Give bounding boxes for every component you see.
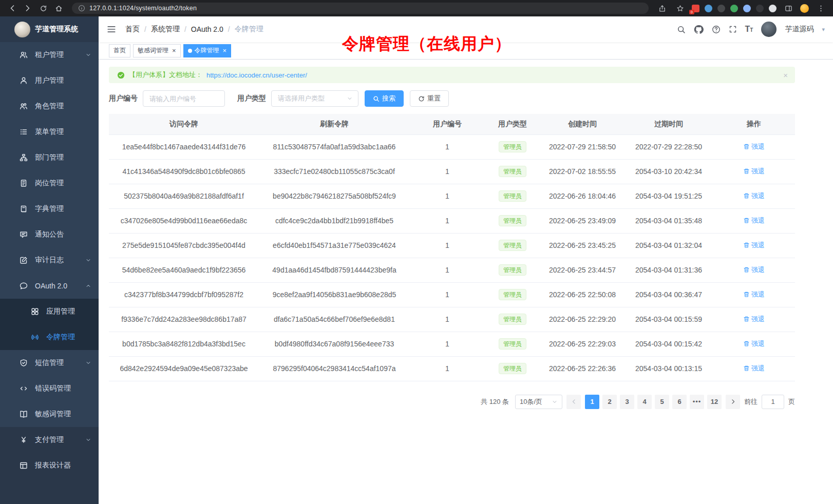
extension-icon[interactable] (717, 5, 725, 12)
search-button[interactable]: 搜索 (365, 90, 404, 107)
breadcrumb-separator: / (144, 25, 146, 33)
action-cell: 强退 (713, 258, 795, 282)
tab-0[interactable]: 首页 (109, 44, 130, 57)
breadcrumb-item[interactable]: 首页 (125, 25, 140, 34)
table-row: 502375b8040a469a9b82188afdf6af1fbe90422b… (109, 184, 795, 208)
font-size-icon[interactable]: TT (745, 25, 753, 34)
sidebar-item-1[interactable]: 用户管理 (0, 68, 99, 93)
user-type-cell: 管理员 (485, 307, 540, 332)
role-icon (20, 102, 28, 110)
extension-icon[interactable] (705, 5, 712, 12)
force-logout-button[interactable]: 强退 (743, 364, 765, 373)
page-number-button[interactable]: 12 (707, 395, 722, 409)
sidebar-item-14[interactable]: 敏感词管理 (0, 401, 99, 427)
extension-icon[interactable] (743, 5, 751, 12)
reset-button[interactable]: 重置 (410, 90, 449, 107)
sidebar-item-13[interactable]: 错误码管理 (0, 376, 99, 401)
github-icon[interactable] (694, 25, 704, 34)
extension-icon[interactable]: 0 (692, 5, 699, 12)
share-icon[interactable] (656, 5, 668, 12)
prev-page-button[interactable] (566, 395, 581, 409)
doc-link[interactable]: https://doc.iocoder.cn/user-center/ (206, 71, 307, 79)
access-token-cell: 6d842e2924594de9a09e45e087323abe (109, 356, 259, 381)
breadcrumb-item[interactable]: 系统管理 (151, 25, 180, 34)
page-number-button[interactable]: 5 (655, 395, 669, 409)
extension-icon[interactable] (730, 5, 738, 12)
more-pages-button[interactable]: ••• (690, 395, 704, 409)
sidebar-collapse-icon[interactable] (107, 25, 116, 34)
browser-profile-avatar[interactable] (800, 4, 809, 13)
sidebar-item-label: 用户管理 (35, 76, 64, 85)
page-number-button[interactable]: 3 (620, 395, 634, 409)
url-bar[interactable]: 127.0.0.1:1024/system/oauth2/token (72, 3, 649, 14)
force-logout-button[interactable]: 强退 (743, 315, 765, 324)
force-logout-button[interactable]: 强退 (743, 265, 765, 275)
tab-close-icon[interactable]: × (223, 47, 227, 54)
goto-page-input[interactable] (762, 395, 784, 409)
bookmark-star-icon[interactable] (674, 5, 686, 12)
trash-icon (743, 143, 750, 150)
reset-button-label: 重置 (427, 94, 441, 103)
sidebar-item-0[interactable]: 租户管理 (0, 42, 99, 68)
extension-icon[interactable] (756, 5, 764, 12)
search-icon[interactable] (677, 25, 686, 34)
tab-close-icon[interactable]: × (172, 47, 176, 54)
create-time-cell: 2022-06-25 22:26:36 (540, 356, 624, 381)
chevron-down-icon (85, 360, 91, 366)
side-panel-icon[interactable] (782, 5, 794, 12)
create-time-cell: 2022-07-29 21:58:50 (540, 134, 624, 159)
alert-close-icon[interactable]: × (783, 71, 788, 80)
sidebar-item-15[interactable]: 支付管理 (0, 427, 99, 453)
force-logout-button[interactable]: 强退 (743, 142, 765, 151)
page-number-button[interactable]: 1 (585, 395, 599, 409)
force-logout-button[interactable]: 强退 (743, 167, 765, 176)
tab-2[interactable]: 令牌管理× (183, 44, 232, 57)
chevron-down-icon[interactable]: ▾ (822, 26, 825, 33)
force-logout-button[interactable]: 强退 (743, 216, 765, 225)
action-cell: 强退 (713, 307, 795, 332)
force-logout-button[interactable]: 强退 (743, 339, 765, 348)
sidebar-item-10[interactable]: 应用管理 (0, 299, 99, 324)
extension-icon[interactable] (769, 5, 777, 12)
page-info-icon[interactable] (78, 5, 85, 12)
browser-home-icon[interactable] (52, 5, 65, 12)
user-type-select[interactable]: 请选择用户类型 (271, 90, 358, 107)
sidebar-item-5[interactable]: 岗位管理 (0, 170, 99, 196)
page-numbers: 123456•••12 (585, 395, 722, 409)
breadcrumb-item[interactable]: OAuth 2.0 (191, 25, 223, 33)
user-id-cell: 1 (410, 258, 485, 282)
tab-1[interactable]: 敏感词管理× (133, 44, 181, 57)
force-logout-button[interactable]: 强退 (743, 290, 765, 299)
sidebar-item-16[interactable]: 报表设计器 (0, 453, 99, 478)
browser-forward-icon[interactable] (22, 4, 34, 12)
sidebar-item-9[interactable]: OAuth 2.0 (0, 273, 99, 299)
browser-menu-icon[interactable] (815, 5, 827, 12)
expire-time-cell: 2054-03-04 01:35:48 (624, 208, 713, 233)
user-id-input[interactable] (143, 90, 225, 107)
sidebar-item-6[interactable]: 字典管理 (0, 196, 99, 222)
sidebar-item-2[interactable]: 角色管理 (0, 93, 99, 119)
browser-back-icon[interactable] (6, 4, 18, 12)
sidebar-item-label: 报表设计器 (35, 461, 71, 470)
page-number-button[interactable]: 6 (672, 395, 687, 409)
force-logout-button[interactable]: 强退 (743, 191, 765, 201)
browser-reload-icon[interactable] (37, 5, 49, 12)
user-avatar[interactable] (761, 22, 777, 37)
sidebar-item-7[interactable]: 通知公告 (0, 222, 99, 247)
create-time-cell: 2022-07-02 18:55:55 (540, 159, 624, 184)
sidebar-item-8[interactable]: 审计日志 (0, 247, 99, 273)
sidebar-item-12[interactable]: 短信管理 (0, 350, 99, 376)
next-page-button[interactable] (726, 395, 740, 409)
force-logout-button[interactable]: 强退 (743, 241, 765, 250)
page-number-button[interactable]: 4 (637, 395, 652, 409)
sidebar-item-11[interactable]: 令牌管理 (0, 324, 99, 350)
help-icon[interactable] (712, 25, 721, 34)
access-token-cell: 275e5de9151045fe87cbdc395e004f4d (109, 233, 259, 258)
app-logo[interactable]: 芋道管理系统 (0, 16, 99, 42)
user-name[interactable]: 芋道源码 (785, 25, 813, 34)
sidebar-item-4[interactable]: 部门管理 (0, 145, 99, 170)
fullscreen-icon[interactable] (729, 25, 737, 33)
page-size-select[interactable]: 10条/页 (515, 395, 562, 409)
sidebar-item-3[interactable]: 菜单管理 (0, 119, 99, 145)
page-number-button[interactable]: 2 (602, 395, 617, 409)
